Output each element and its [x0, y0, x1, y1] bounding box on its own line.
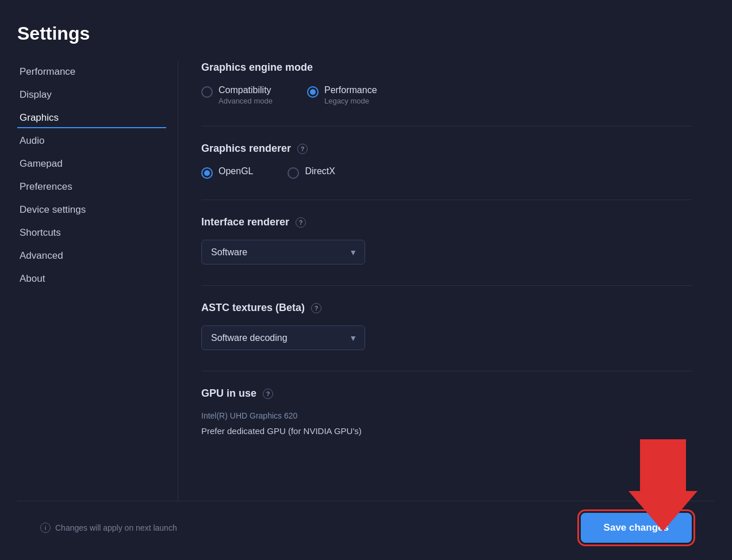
engine-mode-title: Graphics engine mode [201, 62, 692, 74]
footer-note-text: Changes will apply on next launch [55, 523, 177, 532]
astc-textures-dropdown-wrapper: Software decoding Hardware decoding Disa… [201, 325, 365, 350]
sidebar-item-about[interactable]: About [17, 269, 166, 289]
sidebar-item-shortcuts[interactable]: Shortcuts [17, 223, 166, 243]
directx-radio[interactable] [288, 167, 299, 179]
interface-renderer-dropdown[interactable]: Software Hardware Auto [201, 240, 365, 264]
astc-textures-help-icon[interactable]: ? [311, 303, 321, 313]
performance-label: Performance [324, 85, 377, 95]
sidebar-item-device-settings[interactable]: Device settings [17, 200, 166, 220]
sidebar-item-performance[interactable]: Performance [17, 62, 166, 82]
sidebar-item-audio[interactable]: Audio [17, 131, 166, 151]
sidebar-item-preferences[interactable]: Preferences [17, 177, 166, 197]
astc-textures-title: ASTC textures (Beta) ? [201, 302, 692, 314]
gpu-prefer-label: Prefer dedicated GPU (for NVIDIA GPU's) [201, 426, 692, 436]
compatibility-option[interactable]: Compatibility Advanced mode [201, 85, 273, 105]
renderer-help-icon[interactable]: ? [297, 144, 308, 154]
compatibility-sublabel: Advanced mode [219, 97, 273, 105]
directx-label: DirectX [305, 166, 335, 177]
content-area: Performance Display Graphics Audio Gamep… [17, 62, 715, 501]
main-content: Graphics engine mode Compatibility Advan… [178, 62, 715, 501]
save-button[interactable]: Save changes [581, 513, 692, 543]
interface-renderer-section: Interface renderer ? Software Hardware A… [201, 216, 692, 264]
footer-note: i Changes will apply on next launch [40, 523, 177, 533]
sidebar-item-display[interactable]: Display [17, 85, 166, 105]
astc-textures-dropdown[interactable]: Software decoding Hardware decoding Disa… [201, 325, 365, 350]
gpu-help-icon[interactable]: ? [263, 389, 273, 399]
engine-mode-radio-group: Compatibility Advanced mode Performance … [201, 85, 692, 105]
performance-radio[interactable] [307, 86, 319, 98]
gpu-current: Intel(R) UHD Graphics 620 [201, 411, 692, 420]
sidebar-item-graphics[interactable]: Graphics [17, 108, 166, 128]
app-container: Settings Performance Display Graphics Au… [0, 0, 732, 560]
interface-renderer-help-icon[interactable]: ? [296, 217, 306, 228]
gpu-title: GPU in use ? [201, 388, 692, 400]
graphics-renderer-section: Graphics renderer ? OpenGL DirectX [201, 143, 692, 179]
interface-renderer-dropdown-wrapper: Software Hardware Auto ▼ [201, 240, 365, 264]
divider-1 [201, 126, 692, 126]
astc-textures-section: ASTC textures (Beta) ? Software decoding… [201, 302, 692, 350]
gpu-section: GPU in use ? Intel(R) UHD Graphics 620 P… [201, 388, 692, 436]
footer: i Changes will apply on next launch Save… [17, 501, 715, 549]
directx-option[interactable]: DirectX [288, 166, 335, 179]
compatibility-label: Compatibility [219, 85, 273, 95]
interface-renderer-title: Interface renderer ? [201, 216, 692, 228]
opengl-radio[interactable] [201, 167, 213, 179]
footer-info-icon: i [40, 523, 51, 533]
performance-sublabel: Legacy mode [324, 97, 377, 105]
renderer-title: Graphics renderer ? [201, 143, 692, 155]
compatibility-radio[interactable] [201, 86, 213, 98]
performance-option[interactable]: Performance Legacy mode [307, 85, 377, 105]
graphics-engine-mode-section: Graphics engine mode Compatibility Advan… [201, 62, 692, 105]
opengl-option[interactable]: OpenGL [201, 166, 253, 179]
renderer-radio-group: OpenGL DirectX [201, 166, 692, 179]
opengl-label: OpenGL [219, 166, 253, 177]
page-title: Settings [17, 23, 715, 44]
divider-4 [201, 371, 692, 371]
sidebar-item-advanced[interactable]: Advanced [17, 246, 166, 266]
divider-3 [201, 285, 692, 286]
sidebar-item-gamepad[interactable]: Gamepad [17, 154, 166, 174]
sidebar: Performance Display Graphics Audio Gamep… [17, 62, 178, 501]
divider-2 [201, 200, 692, 200]
